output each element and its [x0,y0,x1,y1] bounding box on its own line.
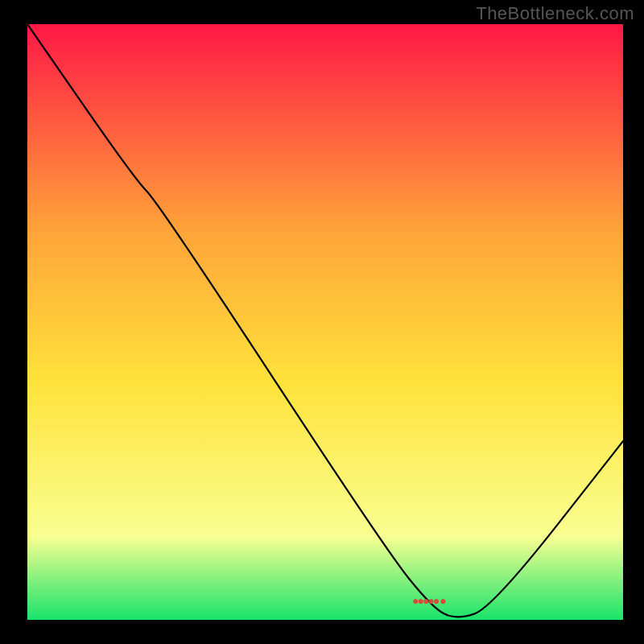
gradient-background [27,24,623,620]
plot-area: ●●●●● ● [27,24,623,620]
watermark-text: TheBottleneck.com [476,3,634,24]
svg-rect-0 [27,24,623,620]
marker-dots: ●●●●● ● [412,594,445,607]
